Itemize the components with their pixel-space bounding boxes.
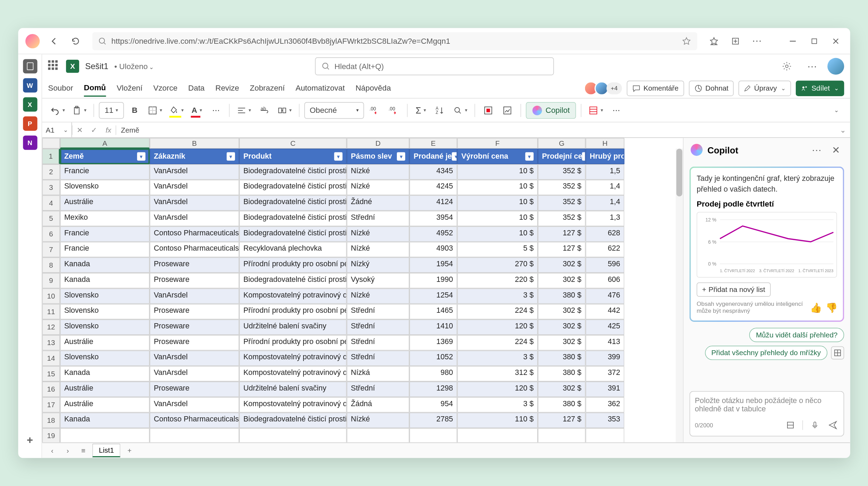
document-name[interactable]: Sešit1 — [85, 61, 108, 71]
cell[interactable]: Contoso Pharmaceuticals — [149, 242, 239, 258]
cell[interactable]: Udržitelné balení svačiny — [239, 319, 347, 335]
copilot-ribbon-button[interactable]: Copilot — [526, 102, 576, 118]
cell[interactable]: Contoso Pharmaceuticals — [149, 226, 239, 242]
table-header[interactable]: Prodejní ce▾ — [537, 149, 585, 164]
col-header-D[interactable]: D — [347, 138, 409, 149]
back-button[interactable] — [44, 31, 64, 50]
paste-button[interactable] — [69, 102, 89, 118]
cell[interactable]: 362 — [585, 397, 624, 413]
cell[interactable] — [585, 428, 624, 442]
table-header[interactable]: Zákazník▾ — [149, 149, 239, 164]
number-format-select[interactable]: Obecné▾ — [304, 102, 364, 118]
favorites-button[interactable] — [704, 31, 723, 50]
col-header-A[interactable]: A — [60, 138, 149, 149]
cell[interactable]: 3 $ — [457, 288, 537, 304]
cell[interactable]: 1,4 — [585, 180, 624, 195]
cell[interactable]: Francie — [60, 164, 149, 180]
ribbon-tab-nápověda[interactable]: Nápověda — [355, 80, 391, 96]
cell[interactable]: 352 $ — [537, 195, 585, 211]
ribbon-tab-revize[interactable]: Revize — [215, 80, 239, 96]
filter-icon[interactable]: ▾ — [582, 152, 585, 161]
rail-onenote-icon[interactable]: N — [23, 135, 37, 150]
thumbs-up-button[interactable]: 👍 — [810, 302, 821, 313]
cell[interactable]: Udržitelné balení svačiny — [239, 382, 347, 397]
format-table-button[interactable] — [586, 102, 606, 118]
cell[interactable]: Francie — [60, 242, 149, 258]
cell[interactable]: 10 $ — [457, 226, 537, 242]
copilot-input[interactable]: Položte otázku nebo požádejte o něco ohl… — [689, 391, 844, 437]
decrease-decimal-button[interactable]: .00 — [366, 102, 383, 118]
cell[interactable]: 1369 — [409, 335, 457, 351]
share-button[interactable]: Sdílet⌄ — [796, 80, 844, 96]
minimize-button[interactable] — [783, 31, 802, 50]
formula-confirm-button[interactable]: ✓ — [87, 123, 101, 137]
cell[interactable]: 127 $ — [537, 226, 585, 242]
catchup-button[interactable]: Dohnat — [688, 80, 734, 96]
rail-powerpoint-icon[interactable]: P — [23, 116, 37, 131]
borders-button[interactable] — [145, 102, 164, 118]
cell[interactable]: 1052 — [409, 351, 457, 366]
add-to-sheet-button[interactable]: +Přidat na nový list — [696, 283, 770, 297]
cell[interactable] — [347, 428, 409, 442]
cell[interactable]: Biodegradovatelné čisticí prostřed — [239, 211, 347, 226]
cell[interactable]: Austrálie — [60, 382, 149, 397]
cell[interactable]: 352 $ — [537, 211, 585, 226]
filter-icon[interactable]: ▾ — [452, 152, 457, 161]
autosum-button[interactable]: Σ — [412, 102, 429, 118]
comments-button[interactable]: Komentáře — [627, 80, 684, 96]
cell[interactable]: Kanada — [60, 257, 149, 273]
toolbar-more-button[interactable]: ⋯ — [608, 102, 624, 118]
cell[interactable]: 380 $ — [537, 397, 585, 413]
suggestion-grid-icon[interactable] — [831, 346, 844, 360]
cell[interactable]: 127 $ — [537, 242, 585, 258]
cell[interactable]: Austrálie — [60, 195, 149, 211]
cell[interactable] — [457, 428, 537, 442]
cell[interactable]: Biodegradovatelné čisticí prostřed — [239, 412, 347, 428]
rail-add-button[interactable]: + — [23, 433, 37, 447]
cell[interactable]: Nízké — [347, 242, 409, 258]
cell[interactable]: Biodegradovatelné čisticí prostřed — [239, 164, 347, 180]
more-button[interactable]: ⋯ — [747, 31, 766, 50]
more-font-button[interactable]: ⋯ — [207, 102, 224, 118]
align-button[interactable] — [234, 102, 253, 118]
more-options-button[interactable]: ⋯ — [802, 57, 821, 76]
cell[interactable]: Kompostovatelný potravinový obal — [239, 366, 347, 382]
cell[interactable]: 622 — [585, 242, 624, 258]
cell[interactable]: 10 $ — [457, 180, 537, 195]
cell[interactable]: Přírodní produkty pro osobní péči — [239, 335, 347, 351]
cell[interactable]: 413 — [585, 335, 624, 351]
addins-button[interactable] — [480, 102, 496, 118]
cell[interactable]: Střední — [347, 335, 409, 351]
cell[interactable]: Recyklovaná plechovka — [239, 242, 347, 258]
row-header-10[interactable]: 10 — [42, 288, 60, 304]
cell[interactable]: VanArsdel — [149, 397, 239, 413]
cell[interactable]: 4245 — [409, 180, 457, 195]
row-header-14[interactable]: 14 — [42, 351, 60, 366]
cell[interactable]: Střední — [347, 351, 409, 366]
cell[interactable]: VanArsdel — [149, 351, 239, 366]
cell[interactable]: Proseware — [149, 382, 239, 397]
row-header-3[interactable]: 3 — [42, 180, 60, 195]
cell[interactable]: Kompostovatelný potravinový obal — [239, 397, 347, 413]
cell[interactable]: 380 $ — [537, 366, 585, 382]
cell[interactable]: Proseware — [149, 257, 239, 273]
rail-excel-icon[interactable]: X — [23, 97, 37, 111]
cell[interactable]: Biodegradovatelné čisticí prostřed — [239, 180, 347, 195]
ribbon-tab-automatizovat[interactable]: Automatizovat — [295, 80, 345, 96]
row-header[interactable]: 19 — [42, 428, 60, 442]
cell[interactable]: Francie — [60, 226, 149, 242]
insert-function-button[interactable]: fx — [101, 123, 115, 137]
cell[interactable]: 596 — [585, 257, 624, 273]
col-header-B[interactable]: B — [149, 138, 239, 149]
thumbs-down-button[interactable]: 👎 — [826, 302, 837, 313]
cell[interactable]: Slovensko — [60, 304, 149, 319]
cell[interactable]: Přírodní produkty pro osobní péči — [239, 304, 347, 319]
cell[interactable]: 270 $ — [457, 257, 537, 273]
search-box[interactable]: Hledat (Alt+Q) — [315, 57, 553, 75]
cell[interactable]: Nízké — [347, 164, 409, 180]
cell[interactable]: Mexiko — [60, 211, 149, 226]
analyze-button[interactable] — [499, 102, 516, 118]
spreadsheet-grid[interactable]: ABCDEFGH1Země▾Zákazník▾Produkt▾Pásmo sle… — [42, 138, 683, 442]
vertical-scrollbar[interactable] — [676, 149, 683, 442]
cell[interactable]: 120 $ — [457, 319, 537, 335]
